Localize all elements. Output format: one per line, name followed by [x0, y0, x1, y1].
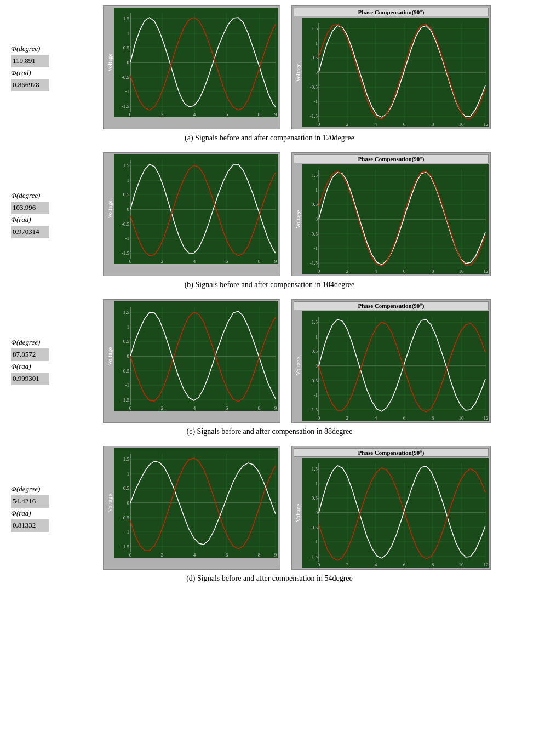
svg-text:0.5: 0.5 [312, 202, 318, 207]
chart-area-left-a: 1.5 1 0.5 0 -0.5 -1 -1.5 0 2 4 [114, 8, 278, 117]
svg-text:9: 9 [274, 552, 277, 558]
svg-text:-1.5: -1.5 [310, 407, 318, 413]
phi-rad-value-b: 0.970314 [11, 226, 49, 238]
svg-text:6: 6 [226, 259, 228, 264]
svg-text:0: 0 [129, 552, 132, 558]
svg-text:-1: -1 [125, 89, 130, 94]
right-chart-title-d: Phase Compensation(90°) [294, 448, 489, 457]
svg-text:10: 10 [459, 562, 465, 568]
svg-text:0: 0 [127, 207, 130, 212]
svg-text:12: 12 [484, 268, 489, 274]
svg-text:6: 6 [226, 112, 228, 117]
svg-text:0: 0 [127, 60, 130, 65]
row-d: Φ(degree) 54.4216 Φ(rad) 0.81332 Voltage [11, 446, 528, 570]
svg-text:-1.5: -1.5 [122, 397, 130, 403]
phi-rad-label-d: Φ(rad) [11, 508, 66, 519]
svg-text:0: 0 [316, 510, 318, 516]
charts-b: Voltage [66, 152, 528, 276]
charts-c: Voltage [66, 299, 528, 423]
chart-area-right-b: 1.5 1 0.5 0 -0.5 -1 -1.5 0 2 4 6 [302, 164, 489, 274]
svg-text:1: 1 [127, 31, 130, 36]
svg-text:0: 0 [316, 216, 318, 222]
svg-text:8: 8 [432, 562, 434, 568]
svg-text:4: 4 [193, 552, 196, 558]
svg-text:10: 10 [459, 268, 465, 274]
svg-text:0.5: 0.5 [312, 55, 318, 60]
svg-text:0: 0 [318, 562, 320, 568]
phi-degree-label-d: Φ(degree) [11, 484, 66, 495]
right-chart-a: Phase Compensation(90°) Voltage [291, 5, 491, 129]
svg-text:0: 0 [318, 122, 320, 127]
svg-text:12: 12 [484, 415, 489, 421]
svg-text:-1: -1 [125, 382, 130, 388]
svg-text:6: 6 [226, 405, 228, 411]
svg-text:-0.5: -0.5 [310, 84, 318, 90]
row-b: Φ(degree) 103.996 Φ(rad) 0.970314 Voltag… [11, 152, 528, 276]
svg-text:2: 2 [161, 259, 164, 264]
y-label-right-a: Voltage [294, 18, 302, 127]
svg-text:1.5: 1.5 [312, 26, 318, 31]
row-c: Φ(degree) 87.8572 Φ(rad) 0.999301 Voltag… [11, 299, 528, 423]
svg-text:-1: -1 [314, 392, 318, 398]
left-chart-inner-d: Voltage [105, 448, 278, 558]
page: Φ(degree) 119.891 Φ(rad) 0.866978 Voltag… [0, 0, 539, 598]
svg-text:-1.5: -1.5 [310, 113, 318, 119]
left-chart-inner-b: Voltage [105, 154, 278, 264]
right-chart-inner-d: Voltage [294, 458, 489, 568]
left-chart-inner-a: Voltage [105, 8, 278, 117]
svg-text:1: 1 [316, 41, 318, 46]
row-a: Φ(degree) 119.891 Φ(rad) 0.866978 Voltag… [11, 5, 528, 129]
svg-text:1: 1 [316, 187, 318, 193]
y-label-right-b: Voltage [294, 164, 302, 274]
left-chart-d: Voltage [103, 446, 280, 570]
section-d: Φ(degree) 54.4216 Φ(rad) 0.81332 Voltage [11, 446, 528, 583]
svg-text:0: 0 [318, 415, 320, 421]
y-label-right-d: Voltage [294, 458, 302, 568]
phi-degree-value-c: 87.8572 [11, 348, 49, 361]
svg-text:-1: -1 [125, 529, 130, 535]
svg-text:0: 0 [316, 70, 318, 75]
svg-text:0: 0 [318, 268, 320, 274]
svg-text:8: 8 [432, 268, 434, 274]
right-chart-b: Phase Compensation(90°) Voltage [291, 152, 491, 276]
svg-text:0.5: 0.5 [123, 339, 130, 344]
svg-text:-0.5: -0.5 [310, 231, 318, 237]
svg-text:12: 12 [484, 122, 489, 127]
svg-text:1: 1 [127, 471, 130, 477]
svg-text:10: 10 [459, 415, 465, 421]
svg-text:8: 8 [432, 415, 434, 421]
chart-svg-right-b: 1.5 1 0.5 0 -0.5 -1 -1.5 0 2 4 6 [302, 164, 489, 274]
svg-text:4: 4 [375, 415, 377, 421]
chart-svg-left-b: 1.5 1 0.5 0 -0.5 -1 -1.5 0 2 4 6 [114, 154, 278, 264]
svg-text:12: 12 [484, 562, 489, 568]
svg-text:-1.5: -1.5 [122, 104, 130, 109]
svg-text:6: 6 [403, 415, 406, 421]
phi-degree-label-c: Φ(degree) [11, 337, 66, 348]
charts-a: Voltage [66, 5, 528, 129]
right-chart-inner-b: Voltage [294, 164, 489, 274]
right-chart-c: Phase Compensation(90°) Voltage [291, 299, 491, 423]
svg-text:-1.5: -1.5 [122, 544, 130, 549]
svg-text:1.5: 1.5 [312, 466, 318, 472]
svg-text:9: 9 [274, 112, 277, 117]
y-label-left-c: Voltage [105, 301, 114, 411]
svg-text:0.5: 0.5 [123, 485, 130, 491]
y-label-left-d: Voltage [105, 448, 114, 558]
svg-text:1.5: 1.5 [123, 163, 130, 168]
svg-text:0.5: 0.5 [312, 348, 318, 354]
right-chart-title-b: Phase Compensation(90°) [294, 154, 489, 163]
phi-rad-value-a: 0.866978 [11, 79, 49, 91]
chart-svg-left-c: 1.5 1 0.5 0 -0.5 -1 -1.5 0 2 4 6 [114, 301, 278, 411]
svg-text:0: 0 [129, 259, 132, 264]
left-chart-c: Voltage [103, 299, 280, 423]
params-c: Φ(degree) 87.8572 Φ(rad) 0.999301 [11, 337, 66, 385]
svg-text:10: 10 [459, 122, 465, 127]
svg-text:-0.5: -0.5 [310, 525, 318, 530]
svg-text:-1: -1 [314, 99, 318, 104]
svg-text:0.5: 0.5 [123, 192, 130, 197]
svg-text:0: 0 [129, 405, 132, 411]
right-chart-d: Phase Compensation(90°) Voltage [291, 446, 491, 570]
svg-text:1: 1 [316, 334, 318, 340]
y-label-right-c: Voltage [294, 311, 302, 421]
svg-text:-0.5: -0.5 [122, 515, 130, 520]
